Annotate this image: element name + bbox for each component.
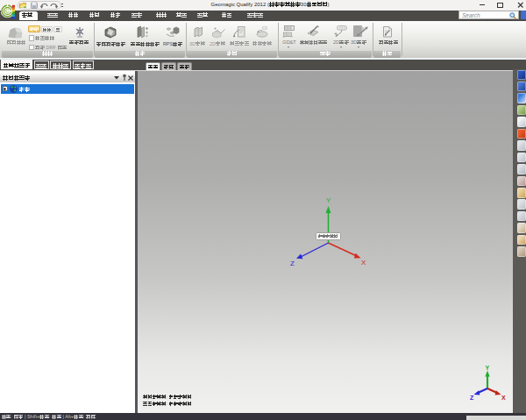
svg-text:Z: Z — [470, 395, 474, 401]
svg-text:Z: Z — [290, 260, 295, 267]
svg-text:X: X — [361, 259, 366, 267]
svg-text:Y: Y — [486, 365, 490, 371]
svg-text:X: X — [501, 395, 506, 401]
svg-text:Y: Y — [326, 196, 331, 204]
